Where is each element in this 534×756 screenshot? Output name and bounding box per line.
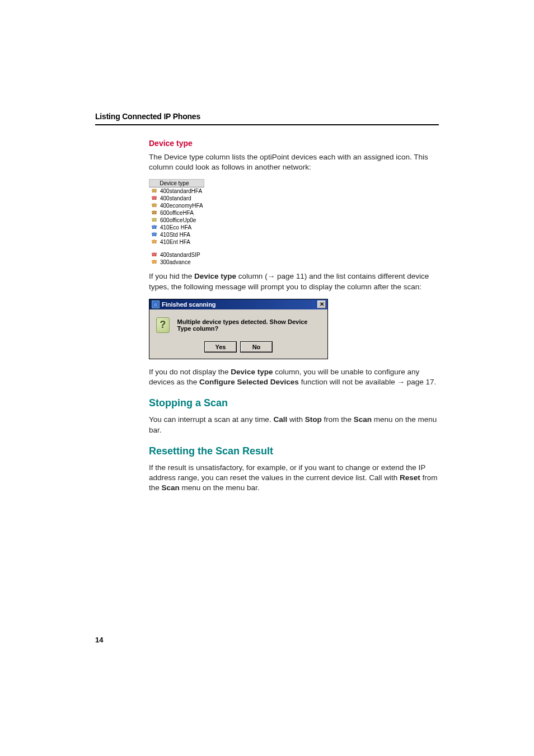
finished-scanning-dialog: ⌂ Finished scanning ✕ ? Multiple device …	[149, 299, 328, 359]
dialog-body: ? Multiple device types detected. Show D…	[149, 309, 327, 359]
device-row: ☎ 410Ent HFA	[149, 238, 204, 246]
heading-stopping-scan: Stopping a Scan	[149, 397, 439, 409]
question-icon: ?	[156, 317, 170, 333]
device-rows-group-b: ☎ 400standardSIP ☎ 300advance	[149, 251, 204, 266]
device-label: 400standard	[160, 195, 191, 202]
device-label: 410Ent HFA	[160, 238, 190, 246]
device-label: 400economyHFA	[160, 202, 203, 209]
device-label: 410Eco HFA	[160, 224, 191, 231]
device-row: ☎ 600officeHFA	[149, 209, 204, 217]
device-column-header: Device type	[149, 179, 204, 187]
no-button[interactable]: No	[241, 342, 272, 352]
resetting-scan-text: If the result is unsatisfactory, for exa…	[149, 463, 439, 494]
device-row: ☎ 410Std HFA	[149, 231, 204, 238]
phone-icon: ☎	[150, 224, 158, 231]
device-row: ☎ 400standardHFA	[149, 187, 204, 195]
device-label: 600officeHFA	[160, 209, 194, 217]
dialog-title-text: Finished scanning	[162, 301, 216, 308]
device-type-after-column: If you hid the Device type column (→ pag…	[149, 271, 439, 292]
device-row: ☎ 400standard	[149, 195, 204, 202]
arrow-icon: →	[397, 378, 405, 386]
stopping-scan-text: You can interrupt a scan at any time. Ca…	[149, 415, 439, 435]
phone-icon: ☎	[150, 195, 158, 202]
dialog-title-icon: ⌂	[152, 300, 160, 308]
device-label: 400standardSIP	[160, 251, 200, 259]
device-type-after-dialog: If you do not display the Device type co…	[149, 367, 439, 387]
arrow-icon: →	[268, 272, 275, 280]
phone-icon: ☎	[150, 239, 158, 246]
phone-icon: ☎	[150, 210, 158, 217]
device-label: 300advance	[160, 259, 191, 266]
page-header-title: Listing Connected IP Phones	[95, 112, 439, 121]
phone-icon: ☎	[150, 259, 158, 266]
phone-icon: ☎	[150, 232, 158, 238]
device-type-column-example: Device type ☎ 400standardHFA ☎ 400standa…	[149, 179, 204, 266]
device-rows-group-a: ☎ 400standardHFA ☎ 400standard ☎ 400econ…	[149, 187, 204, 246]
device-row: ☎ 410Eco HFA	[149, 224, 204, 231]
dialog-titlebar: ⌂ Finished scanning ✕	[149, 299, 327, 309]
device-row: ☎ 600officeUp0e	[149, 217, 204, 224]
device-rows-gap	[149, 246, 204, 251]
dialog-message: Multiple device types detected. Show Dev…	[177, 318, 321, 332]
device-row: ☎ 400standardSIP	[149, 251, 204, 259]
phone-icon: ☎	[150, 203, 158, 209]
header-rule	[95, 124, 439, 125]
device-row: ☎ 400economyHFA	[149, 202, 204, 209]
device-row: ☎ 300advance	[149, 259, 204, 266]
close-icon[interactable]: ✕	[317, 300, 326, 308]
heading-device-type: Device type	[149, 139, 439, 148]
device-label: 400standardHFA	[160, 187, 202, 195]
heading-resetting-scan: Resetting the Scan Result	[149, 445, 439, 457]
phone-icon: ☎	[150, 217, 158, 224]
device-type-intro: The Device type column lists the optiPoi…	[149, 152, 439, 172]
page-number: 14	[95, 636, 103, 644]
phone-icon: ☎	[150, 188, 158, 195]
phone-icon: ☎	[150, 252, 158, 259]
device-label: 600officeUp0e	[160, 217, 196, 224]
content-column: Device type The Device type column lists…	[149, 139, 439, 493]
yes-button[interactable]: Yes	[205, 342, 236, 352]
device-label: 410Std HFA	[160, 231, 190, 238]
